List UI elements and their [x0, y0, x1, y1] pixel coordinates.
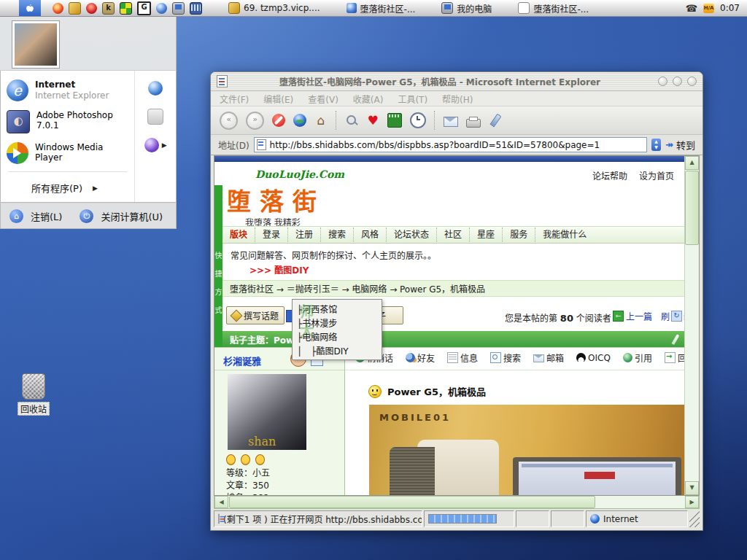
apple-menu-button[interactable]: [19, 0, 41, 16]
start-menu-item-wmp[interactable]: Windows Media Player: [1, 138, 134, 168]
grid-app-icon[interactable]: [120, 2, 132, 15]
swirl-app-icon[interactable]: [156, 3, 167, 14]
set-homepage-link[interactable]: 设为首页: [639, 169, 674, 182]
scroll-down-button[interactable]: ▼: [685, 481, 699, 495]
brush-app-icon[interactable]: [69, 2, 81, 15]
status-pane-empty: [551, 510, 584, 527]
horizontal-scrollbar[interactable]: ◀ ▶: [214, 496, 700, 509]
menu-edit[interactable]: 编辑(E): [263, 93, 293, 105]
media-app-icon[interactable]: [190, 2, 202, 15]
friends-icon: [406, 353, 415, 362]
back-button[interactable]: «: [220, 112, 238, 130]
nav-status[interactable]: 论坛状态: [387, 228, 437, 242]
nav-search[interactable]: 搜索: [321, 228, 354, 242]
task-label: 堕落街社区-...: [360, 2, 416, 15]
go-button[interactable]: ↠ 转到: [665, 138, 695, 152]
mailbox-button[interactable]: 邮箱: [533, 351, 564, 364]
reply-button[interactable]: 回复: [665, 351, 684, 364]
search-icon: [490, 352, 501, 363]
purple-sphere-icon[interactable]: [144, 138, 159, 152]
forum-help-link[interactable]: 论坛帮助: [592, 169, 627, 182]
refresh-button[interactable]: [293, 114, 306, 127]
info-button[interactable]: 信息: [447, 351, 478, 364]
loading-page-icon: [218, 514, 220, 524]
menu-tools[interactable]: 工具(T): [398, 93, 427, 105]
compose-topic-button[interactable]: 撰写话题: [226, 306, 285, 324]
apple-box-icon[interactable]: [147, 109, 163, 125]
site-brand[interactable]: DuoLuoJie.Com: [255, 168, 344, 180]
horizontal-scroll-thumb[interactable]: [229, 496, 595, 508]
nav-register[interactable]: 注册: [288, 228, 321, 242]
quote-icon: [623, 353, 632, 362]
nav-what-can-i-do[interactable]: 我能做什么: [535, 228, 594, 242]
address-url: http://bbs.shidabbs.com/bbs/dispbbs.asp?…: [270, 140, 600, 150]
forward-button[interactable]: »: [246, 112, 264, 130]
taskbar-task-3[interactable]: 我的电脑: [441, 2, 492, 15]
phone-tray-icon[interactable]: ☎: [686, 3, 697, 14]
address-dropdown-stepper[interactable]: ▲▼: [651, 139, 661, 151]
recycle-bin[interactable]: 回收站: [10, 373, 57, 416]
blue-sphere-icon[interactable]: [148, 81, 163, 96]
start-menu-item-internet[interactable]: e Internet Internet Explorer: [1, 75, 134, 106]
cool-diy-link[interactable]: >>> 酷图DIY: [249, 263, 309, 276]
quote-button[interactable]: 引用: [623, 351, 652, 364]
stop-button[interactable]: [272, 114, 285, 127]
close-button[interactable]: [687, 77, 697, 86]
friend-button[interactable]: 好友: [406, 351, 435, 364]
shutdown-button[interactable]: 关闭计算机(U): [101, 209, 163, 223]
all-programs-button[interactable]: 所有程序(P) ▶: [1, 175, 134, 201]
counterstrike-app-icon[interactable]: k: [102, 2, 115, 15]
nav-style[interactable]: 风格: [354, 228, 387, 242]
address-input[interactable]: http://bbs.shidabbs.com/bbs/dispbbs.asp?…: [254, 137, 647, 152]
logoff-button[interactable]: 注销(L): [31, 209, 62, 223]
minimize-button[interactable]: [658, 77, 667, 86]
taskbar-clock[interactable]: 0:07: [720, 3, 740, 13]
menu-favorites[interactable]: 收藏(A): [353, 93, 384, 105]
previous-post-link[interactable]: ← 上一篇: [613, 310, 652, 322]
menu-help[interactable]: 帮助(H): [442, 93, 473, 105]
scroll-right-button[interactable]: ▶: [685, 496, 699, 508]
refresh-post-link[interactable]: 刷 ↻ 新: [661, 310, 684, 322]
taskbar-task-4[interactable]: 堕落街社区-...: [518, 2, 589, 15]
resize-grip[interactable]: [689, 510, 700, 527]
nav-service[interactable]: 服务: [503, 228, 535, 242]
ie-title-bar[interactable]: 堕落街社区-电脑网络-Power G5，机箱极品 - Microsoft Int…: [211, 72, 703, 91]
vertical-scrollbar[interactable]: ▲ ▼: [684, 156, 699, 495]
g-logo-app-icon[interactable]: G: [137, 1, 151, 15]
nav-login[interactable]: 登录: [255, 228, 288, 242]
fireball-app-icon[interactable]: [53, 3, 63, 14]
dropdown-item-cool-diy[interactable]: │ ├酷图DIY: [293, 343, 382, 357]
scroll-up-button[interactable]: ▲: [685, 156, 699, 170]
start-menu-item-photoshop[interactable]: ◐ Adobe Photoshop 7.0.1: [1, 106, 134, 138]
vertical-scroll-thumb[interactable]: [685, 171, 699, 245]
search-posts-button[interactable]: 搜索: [490, 351, 521, 364]
taskbar-task-2[interactable]: 堕落街社区-...: [347, 2, 416, 15]
taskbar-task-1[interactable]: 69. tzmp3.vicp....: [228, 2, 320, 14]
edit-button[interactable]: [489, 114, 501, 128]
menu-view[interactable]: 查看(V): [308, 93, 338, 105]
print-button[interactable]: [466, 119, 481, 128]
mail-button[interactable]: [444, 117, 458, 127]
search-button[interactable]: [345, 114, 358, 127]
divider: [345, 370, 684, 370]
nav-boards[interactable]: 版块: [222, 228, 255, 242]
scroll-left-button[interactable]: ◀: [214, 496, 228, 508]
nav-horoscope[interactable]: 星座: [470, 228, 503, 242]
web-page: DuoLuoJie.Com 论坛帮助 设为首页 快 捷 方 式 堕落街 我堕落 …: [214, 156, 684, 495]
quick-shortcut-strip: 快 捷 方 式: [214, 246, 222, 319]
history-button[interactable]: [410, 112, 426, 128]
compose-label: 撰写话题: [244, 309, 279, 322]
monitor-in-photo: [513, 457, 681, 495]
oicq-button[interactable]: OICQ: [576, 353, 611, 363]
menu-file[interactable]: 文件(F): [220, 93, 249, 105]
favorites-button[interactable]: ♥: [366, 114, 379, 127]
username-link[interactable]: 杉湘诞雅: [223, 354, 261, 368]
home-button[interactable]: ⌂: [314, 114, 328, 127]
computer-app-icon[interactable]: [172, 2, 185, 15]
breadcrumb[interactable]: 堕落街社区 → ＝抛砖引玉＝ → 电脑网络 → Power G5，机箱极品: [222, 280, 684, 297]
red-ball-app-icon[interactable]: [86, 3, 97, 14]
maximize-button[interactable]: [673, 77, 682, 86]
qq-tray-icon[interactable]: H/A: [703, 4, 714, 13]
media-button[interactable]: [387, 113, 402, 128]
nav-community[interactable]: 社区: [437, 228, 470, 242]
